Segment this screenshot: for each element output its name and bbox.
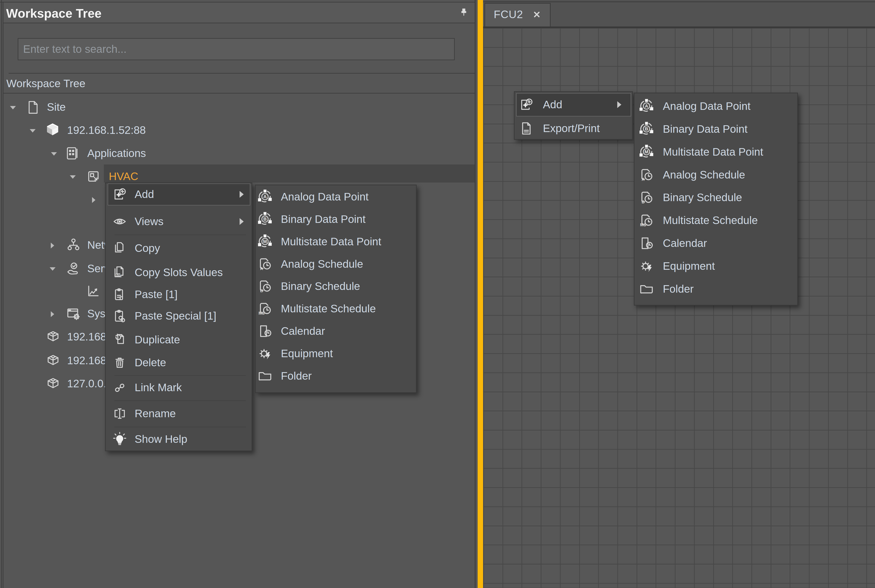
svg-text:B: B [260,289,263,293]
svg-text:M: M [645,149,648,154]
svg-text:A: A [645,104,648,108]
svg-text:M: M [263,239,267,244]
svg-text:MS: MS [640,223,646,227]
svg-text:A: A [263,194,267,199]
svg-text:A: A [642,177,645,182]
svg-text:MS: MS [259,311,265,315]
svg-text:B: B [263,216,267,222]
svg-text:A: A [260,266,263,271]
svg-text:B: B [645,126,648,131]
svg-text:B: B [642,200,645,204]
